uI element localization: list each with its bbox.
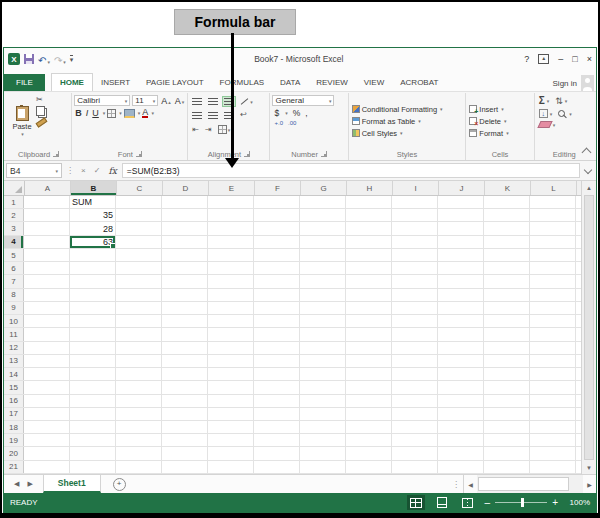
cell-F13[interactable]: [254, 355, 300, 367]
cell-H2[interactable]: [346, 209, 392, 221]
cell-A9[interactable]: [24, 302, 70, 314]
cell-F7[interactable]: [254, 275, 300, 287]
cell-K1[interactable]: [484, 196, 530, 208]
center-button[interactable]: [206, 110, 220, 121]
cell-B6[interactable]: [70, 262, 116, 274]
cell-B4[interactable]: 63: [70, 236, 116, 248]
column-header-B[interactable]: B: [71, 181, 117, 195]
cell-J15[interactable]: [438, 381, 484, 393]
cell-C1[interactable]: [116, 196, 162, 208]
cell-F17[interactable]: [254, 408, 300, 420]
increase-decimal-button[interactable]: +.0: [274, 120, 283, 126]
cell-K14[interactable]: [484, 368, 530, 380]
cell-H16[interactable]: [346, 395, 392, 407]
cell-B9[interactable]: [70, 302, 116, 314]
cell-L4[interactable]: [530, 236, 576, 248]
cell-G20[interactable]: [300, 447, 346, 459]
cell-L1[interactable]: [530, 196, 576, 208]
cell-E14[interactable]: [208, 368, 254, 380]
cell-I12[interactable]: [392, 342, 438, 354]
cell-J12[interactable]: [438, 342, 484, 354]
alignment-dialog-launcher-icon[interactable]: [244, 151, 250, 157]
cell-J19[interactable]: [438, 434, 484, 446]
cell-D10[interactable]: [162, 315, 208, 327]
prev-sheet-icon[interactable]: ◀: [14, 480, 19, 488]
column-header-E[interactable]: E: [209, 181, 255, 195]
cell-L5[interactable]: [530, 249, 576, 261]
cell-L14[interactable]: [530, 368, 576, 380]
cell-D1[interactable]: [162, 196, 208, 208]
font-name-select[interactable]: Calibri▾: [74, 95, 130, 106]
new-sheet-button[interactable]: +: [101, 475, 138, 493]
sign-in[interactable]: Sign in: [553, 75, 596, 91]
cell-F3[interactable]: [254, 222, 300, 234]
paste-button[interactable]: Paste ▾: [8, 94, 36, 148]
cell-K12[interactable]: [484, 342, 530, 354]
comma-style-button[interactable]: ,: [305, 108, 307, 118]
cell-C8[interactable]: [116, 289, 162, 301]
cell-I20[interactable]: [392, 447, 438, 459]
cell-D4[interactable]: [162, 236, 208, 248]
column-header-G[interactable]: G: [301, 181, 347, 195]
cell-C12[interactable]: [116, 342, 162, 354]
cell-G1[interactable]: [300, 196, 346, 208]
cell-L16[interactable]: [530, 395, 576, 407]
scroll-right-icon[interactable]: ▶: [583, 481, 596, 488]
row-header-10[interactable]: 10: [4, 315, 24, 327]
cell-G13[interactable]: [300, 355, 346, 367]
cell-C9[interactable]: [116, 302, 162, 314]
cell-K5[interactable]: [484, 249, 530, 261]
maximize-icon[interactable]: □: [572, 54, 577, 64]
decrease-decimal-button[interactable]: .00: [288, 120, 296, 126]
cell-G7[interactable]: [300, 275, 346, 287]
cell-E2[interactable]: [208, 209, 254, 221]
cell-C11[interactable]: [116, 328, 162, 340]
cell-D21[interactable]: [162, 461, 208, 473]
cell-F1[interactable]: [254, 196, 300, 208]
delete-button[interactable]: Delete▾: [468, 116, 509, 127]
cell-E18[interactable]: [208, 421, 254, 433]
row-header-14[interactable]: 14: [4, 368, 24, 380]
cell-J10[interactable]: [438, 315, 484, 327]
cell-H21[interactable]: [346, 461, 392, 473]
cell-K8[interactable]: [484, 289, 530, 301]
cell-K4[interactable]: [484, 236, 530, 248]
ribbon-display-options-icon[interactable]: ▴: [538, 54, 549, 64]
cell-H10[interactable]: [346, 315, 392, 327]
cell-H20[interactable]: [346, 447, 392, 459]
cell-H14[interactable]: [346, 368, 392, 380]
cell-G17[interactable]: [300, 408, 346, 420]
clipboard-dialog-launcher-icon[interactable]: [53, 151, 59, 157]
cell-B7[interactable]: [70, 275, 116, 287]
row-header-17[interactable]: 17: [4, 408, 24, 420]
cell-A2[interactable]: [24, 209, 70, 221]
cell-E1[interactable]: [208, 196, 254, 208]
row-header-9[interactable]: 9: [4, 302, 24, 314]
cell-H12[interactable]: [346, 342, 392, 354]
cell-L9[interactable]: [530, 302, 576, 314]
cell-B21[interactable]: [70, 461, 116, 473]
cell-D12[interactable]: [162, 342, 208, 354]
cell-I2[interactable]: [392, 209, 438, 221]
cell-K6[interactable]: [484, 262, 530, 274]
cell-A5[interactable]: [24, 249, 70, 261]
row-header-1[interactable]: 1: [4, 196, 24, 208]
cell-J20[interactable]: [438, 447, 484, 459]
cell-K20[interactable]: [484, 447, 530, 459]
cell-D19[interactable]: [162, 434, 208, 446]
tab-insert[interactable]: INSERT: [93, 74, 138, 91]
cell-I4[interactable]: [392, 236, 438, 248]
cell-H7[interactable]: [346, 275, 392, 287]
cell-C18[interactable]: [116, 421, 162, 433]
conditional-formatting-button[interactable]: Conditional Formatting▾: [351, 104, 444, 115]
increase-indent-button[interactable]: ⇥: [203, 124, 214, 136]
cell-C2[interactable]: [116, 209, 162, 221]
cell-C14[interactable]: [116, 368, 162, 380]
cell-B11[interactable]: [70, 328, 116, 340]
cell-I15[interactable]: [392, 381, 438, 393]
tab-acrobat[interactable]: ACROBAT: [392, 74, 446, 91]
cell-E12[interactable]: [208, 342, 254, 354]
cell-C10[interactable]: [116, 315, 162, 327]
italic-button[interactable]: I: [85, 108, 90, 118]
scroll-up-icon[interactable]: ▲: [582, 181, 596, 194]
